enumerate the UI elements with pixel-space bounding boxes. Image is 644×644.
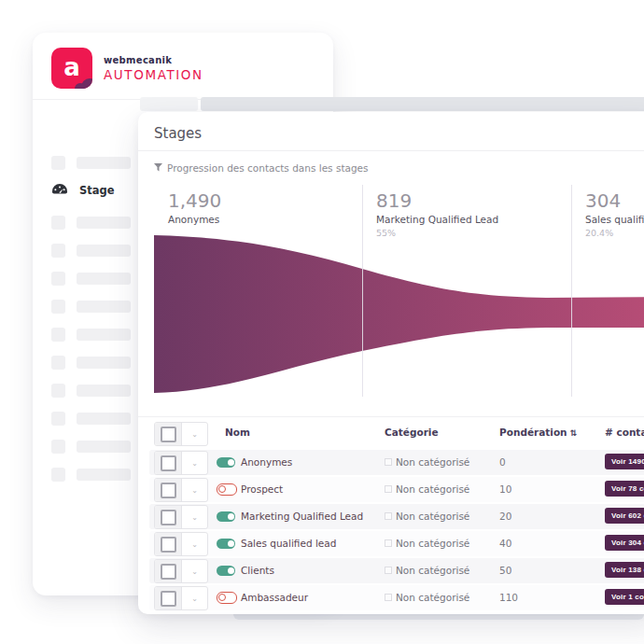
top-placeholder-bar-wide [201, 97, 644, 111]
row-checkbox[interactable] [161, 537, 176, 553]
row-control[interactable]: ⌄ [154, 532, 208, 556]
publish-toggle[interactable] [217, 483, 237, 496]
row-checkbox[interactable] [161, 591, 176, 607]
stage-name: Anonymes [168, 214, 221, 225]
row-checkbox[interactable] [161, 455, 176, 471]
chevron-down-icon[interactable]: ⌄ [182, 423, 207, 445]
stage-name-link[interactable]: Sales qualified lead [241, 538, 336, 549]
chart-section-divider [571, 185, 572, 397]
chevron-down-icon[interactable]: ⌄ [182, 587, 207, 609]
publish-toggle[interactable] [217, 592, 237, 604]
brand-wordmark: webmecanik AUTOMATION [104, 55, 203, 82]
row-checkbox[interactable] [161, 510, 176, 525]
view-contacts-button[interactable]: Voir 1490 co [605, 454, 644, 469]
chevron-down-icon[interactable]: ⌄ [182, 560, 207, 582]
sidebar-placeholder-item [51, 464, 131, 484]
publish-toggle[interactable] [217, 457, 235, 468]
row-control[interactable]: ⌄ [154, 586, 208, 610]
table-row: ⌄ Anonymes Non catégorisé 0 Voir 1490 co [149, 450, 644, 475]
placeholder-icon [51, 156, 65, 170]
column-header-categorie[interactable]: Catégorie [385, 427, 439, 438]
column-header-contacts: # contacts [605, 427, 644, 438]
stage-name: Marketing Qualified Lead [376, 214, 498, 225]
stage-name-link[interactable]: Prospect [241, 483, 283, 495]
sidebar-placeholder-item [51, 380, 131, 400]
gauge-icon [51, 182, 68, 200]
brand-name: webmecanik [104, 55, 203, 65]
view-contacts-button[interactable]: Voir 78 cont [605, 481, 644, 497]
select-all-checkbox-cell[interactable] [155, 423, 182, 445]
weight-cell: 20 [499, 511, 511, 522]
sidebar-placeholder-item [51, 408, 131, 428]
sidebar-item-stage[interactable]: Stage [51, 180, 115, 201]
view-contacts-button[interactable]: Voir 304 con [605, 535, 644, 551]
page-title: Stages [154, 125, 202, 142]
publish-toggle[interactable] [217, 511, 235, 522]
table-row: ⌄ Clients Non catégorisé 50 Voir 138 con [149, 558, 644, 583]
chart-section-divider [362, 185, 363, 397]
stage-count: 1,490 [168, 190, 221, 211]
weight-cell: 10 [499, 483, 511, 495]
column-header-nom[interactable]: Nom [225, 427, 250, 438]
sidebar-placeholder-item [51, 240, 131, 260]
funnel-filter-icon [154, 162, 162, 174]
sort-icon[interactable]: ⇅ [570, 428, 578, 438]
category-color-chip [385, 594, 392, 601]
row-control[interactable]: ⌄ [154, 478, 208, 502]
sidebar-placeholder-item [51, 296, 131, 316]
publish-toggle[interactable] [217, 566, 235, 576]
logo-corner-blob-icon [75, 83, 86, 89]
sidebar-item-label: Stage [79, 184, 115, 197]
row-control[interactable]: ⌄ [154, 451, 208, 475]
weight-cell: 0 [499, 456, 506, 468]
view-contacts-button[interactable]: Voir 138 con [605, 562, 644, 578]
category-cell: Non catégorisé [385, 483, 469, 495]
brand-logo-icon: a [51, 48, 92, 89]
row-control[interactable]: ⌄ [154, 559, 208, 583]
row-checkbox[interactable] [161, 483, 176, 498]
sidebar-placeholder-item [51, 352, 131, 372]
weight-cell: 40 [499, 538, 511, 549]
table-top-divider [138, 416, 644, 417]
view-contacts-button[interactable]: Voir 602 con [605, 508, 644, 524]
stage-name-link[interactable]: Clients [241, 565, 274, 576]
publish-toggle[interactable] [217, 539, 235, 549]
sidebar-placeholder-item [51, 268, 131, 288]
stages-panel: Stages Progression des contacts dans les… [138, 112, 644, 614]
category-cell: Non catégorisé [385, 565, 469, 576]
stage-name: Sales qualified lead [585, 214, 644, 225]
row-checkbox[interactable] [161, 564, 176, 580]
stage-count: 819 [376, 190, 498, 211]
table-row: ⌄ Sales qualified lead Non catégorisé 40… [149, 531, 644, 556]
chevron-down-icon[interactable]: ⌄ [182, 506, 207, 528]
funnel-stage-label: 1,490 Anonymes [168, 190, 221, 228]
category-color-chip [385, 458, 392, 466]
row-control[interactable]: ⌄ [154, 505, 208, 529]
stage-percent: 20.4% [585, 228, 644, 238]
select-all-control[interactable]: ⌄ [154, 422, 208, 446]
category-cell: Non catégorisé [385, 456, 469, 468]
chart-caption-label: Progression des contacts dans les stages [167, 162, 369, 174]
select-all-checkbox[interactable] [161, 427, 176, 442]
stage-name-link[interactable]: Anonymes [241, 456, 292, 468]
brand-logo[interactable]: a webmecanik AUTOMATION [51, 48, 203, 89]
view-contacts-button[interactable]: Voir 1 conta [605, 589, 644, 605]
table-row: ⌄ Ambassadeur Non catégorisé 110 Voir 1 … [149, 585, 644, 610]
table-row: ⌄ Prospect Non catégorisé 10 Voir 78 con… [149, 477, 644, 502]
category-color-chip [385, 512, 392, 520]
stage-name-link[interactable]: Marketing Qualified Lead [241, 511, 363, 522]
weight-cell: 50 [499, 565, 511, 576]
chart-caption: Progression des contacts dans les stages [154, 162, 369, 174]
sidebar-placeholder-item [51, 436, 131, 456]
chevron-down-icon[interactable]: ⌄ [182, 533, 207, 555]
sidebar-placeholder-item [51, 152, 131, 173]
column-header-ponderation[interactable]: Pondération⇅ [499, 427, 577, 438]
category-cell: Non catégorisé [385, 538, 469, 549]
chevron-down-icon[interactable]: ⌄ [182, 452, 207, 474]
top-placeholder-bar-small [140, 97, 198, 111]
category-color-chip [385, 485, 392, 493]
stage-name-link[interactable]: Ambassadeur [241, 592, 308, 603]
chevron-down-icon[interactable]: ⌄ [182, 479, 207, 501]
brand-product: AUTOMATION [104, 67, 203, 82]
funnel-stage-label: 819 Marketing Qualified Lead 55% [376, 190, 498, 238]
